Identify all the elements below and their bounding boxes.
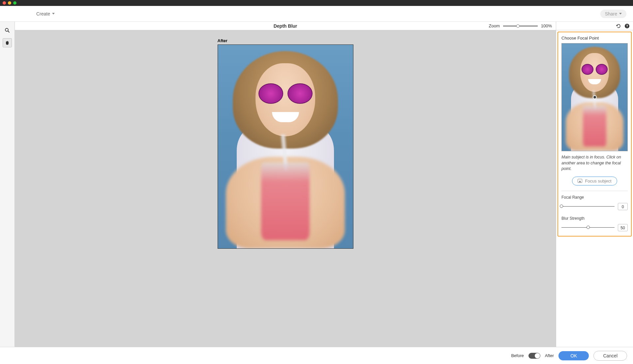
svg-line-1 <box>8 31 9 32</box>
right-panel: Choose Focal Point Main subject is in <box>556 30 633 347</box>
focal-range-thumb[interactable] <box>560 205 563 208</box>
focal-point-thumbnail[interactable] <box>561 43 628 151</box>
image-state-label: After <box>218 38 353 43</box>
share-label: Share <box>605 11 617 16</box>
cancel-button[interactable]: Cancel <box>593 351 627 361</box>
separator <box>561 191 628 191</box>
magnifier-icon <box>5 28 10 33</box>
after-label: After <box>545 353 554 358</box>
blur-strength-thumb[interactable] <box>587 226 590 229</box>
create-label: Create <box>36 11 50 16</box>
canvas-area: Depth Blur Zoom 100% After <box>15 22 556 347</box>
minimize-window-button[interactable] <box>8 1 11 5</box>
image-icon <box>578 179 582 183</box>
canvas-header: Depth Blur Zoom 100% <box>15 22 556 30</box>
before-after-toggle[interactable] <box>528 353 540 359</box>
left-toolbar <box>0 22 15 347</box>
hand-tool-button[interactable] <box>3 38 12 47</box>
zoom-tool-button[interactable] <box>3 26 12 35</box>
blur-strength-control: 50 <box>561 224 628 231</box>
right-panel-header: ? <box>556 22 633 30</box>
menubar: Create Share <box>0 6 633 22</box>
panel-help-text: Main subject is in focus. Click on anoth… <box>561 154 628 172</box>
zoom-slider[interactable] <box>503 26 538 26</box>
image-wrapper: After <box>218 38 353 249</box>
svg-text:?: ? <box>626 24 628 28</box>
focus-subject-label: Focus subject <box>585 179 611 183</box>
blur-strength-value[interactable]: 50 <box>618 224 628 231</box>
main-preview-image[interactable] <box>218 44 353 249</box>
focal-range-slider[interactable] <box>561 206 615 207</box>
before-label: Before <box>511 353 524 358</box>
feature-title: Depth Blur <box>274 23 297 29</box>
zoom-value: 100% <box>541 23 552 28</box>
main-content: Depth Blur Zoom 100% After <box>0 22 633 347</box>
reset-icon[interactable] <box>616 23 621 29</box>
focal-range-control: 0 <box>561 203 628 210</box>
focus-subject-button[interactable]: Focus subject <box>572 177 617 185</box>
create-menu[interactable]: Create <box>36 11 55 16</box>
zoom-slider-thumb[interactable] <box>516 24 520 28</box>
bottom-bar: Before After OK Cancel <box>0 347 633 364</box>
blur-strength-slider[interactable] <box>561 227 615 228</box>
focal-range-value[interactable]: 0 <box>618 203 628 210</box>
focal-range-label: Focal Range <box>561 195 628 200</box>
focal-point-marker[interactable] <box>593 95 597 99</box>
canvas-body[interactable]: After <box>15 30 556 347</box>
focal-point-panel: Choose Focal Point Main subject is in <box>558 32 632 237</box>
right-panel-wrapper: ? Choose Focal Point <box>556 22 633 347</box>
hand-icon <box>5 40 10 45</box>
blur-strength-label: Blur Strength <box>561 216 628 221</box>
close-window-button[interactable] <box>3 1 6 5</box>
help-icon[interactable]: ? <box>624 23 630 29</box>
chevron-down-icon <box>619 13 622 14</box>
window-titlebar <box>0 0 633 6</box>
chevron-down-icon <box>52 13 55 14</box>
panel-title: Choose Focal Point <box>561 36 628 41</box>
share-button[interactable]: Share <box>600 10 626 18</box>
toggle-knob <box>535 353 540 358</box>
zoom-control: Zoom 100% <box>489 23 552 28</box>
zoom-label: Zoom <box>489 23 500 28</box>
ok-button[interactable]: OK <box>558 351 589 360</box>
maximize-window-button[interactable] <box>13 1 16 5</box>
